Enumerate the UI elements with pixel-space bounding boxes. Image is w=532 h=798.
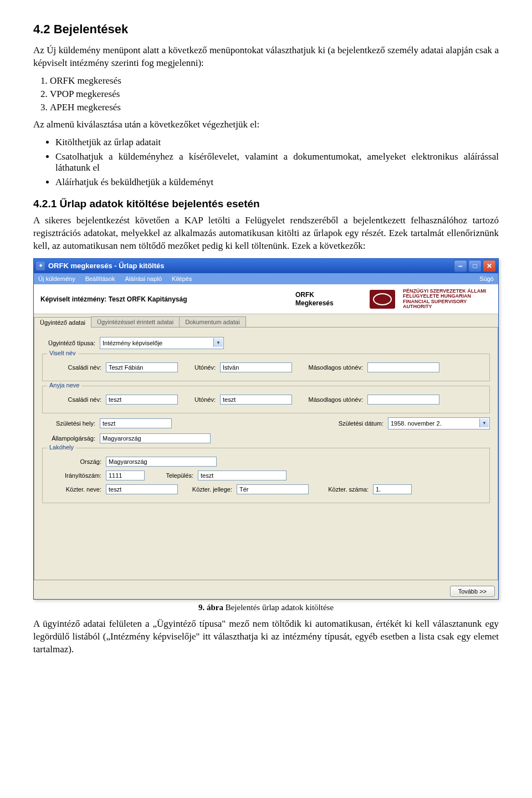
paragraph: Az almenü kiválasztása után a következők… [33,119,499,131]
app-icon: ✦ [36,262,45,270]
label: Település: [149,472,193,479]
list-item: Aláírhatjuk és beküldhetjük a küldeményt [55,177,499,188]
legend: Viselt név [47,350,78,356]
subsection-heading: 4.2.1 Űrlap adatok kitöltése bejelentés … [33,198,499,210]
institution-label: Képviselt intézmény: Teszt ORFK Kapitány… [40,295,288,303]
tab-strip: Ügyintéző adatai Ügyintézéssel érintett … [34,314,498,327]
menu-item[interactable]: Beállítások [85,275,115,282]
viselt-csaladi-input[interactable] [106,362,178,372]
anyja-csaladi-input[interactable] [106,395,178,405]
tab-erintett[interactable]: Ügyintézéssel érintett adatai [91,316,180,327]
label: Közter. száma: [313,486,369,493]
close-button[interactable]: ✕ [483,260,496,272]
label: Ország: [48,458,101,465]
label: Családi név: [48,364,101,371]
kozter-jellege-input[interactable] [237,484,309,494]
bullet-list: Kitölthetjük az űrlap adatait Csatolhatj… [55,137,499,188]
figure-caption: 9. ábra Bejelentés űrlap adatok kitöltés… [33,603,499,612]
szuldatum-select[interactable]: 1958. november 2.▼ [388,417,490,429]
label: Utónév: [182,396,216,403]
anyja-utonev-input[interactable] [220,395,292,405]
maximize-button[interactable]: □ [468,260,482,272]
chevron-down-icon: ▼ [479,418,489,427]
menu-item[interactable]: Aláírási napló [125,275,162,282]
label-tipus: Ügyintéző típusa: [42,340,95,346]
tab-ugyintezo[interactable]: Ügyintéző adatai [34,317,91,328]
group-viselt-nev: Viselt név Családi név: Utónév: Másodlag… [42,354,490,381]
label: Állampolgárság: [42,435,95,442]
pszaf-logo-icon [370,290,395,309]
list-item: VPOP megkeresés [50,89,499,100]
viselt-masod-input[interactable] [367,362,439,372]
tab-dokumentum[interactable]: Dokumentum adatai [179,316,245,327]
label: Irányítószám: [48,472,101,479]
minimize-button[interactable]: ‒ [454,260,467,272]
ugyintezo-tipusa-select[interactable]: Intézmény képviselője▼ [100,337,224,349]
banner-title: ORFKMegkeresés [295,291,362,307]
menu-item[interactable]: Kilépés [172,275,192,282]
list-item: Kitölthetjük az űrlap adatait [55,137,499,148]
group-lakohely: Lakóhely Ország: Irányítószám: Település… [42,448,490,503]
window-title: ORFK megkeresés - Űrlap kitöltés [48,262,454,270]
app-window: ✦ ORFK megkeresés - Űrlap kitöltés ‒ □ ✕… [33,258,499,600]
footer-bar: Tovább >> [34,580,498,599]
label: Születési hely: [42,420,95,427]
group-anyja-neve: Anyja neve Családi név: Utónév: Másodlag… [42,386,490,413]
legend: Lakóhely [47,444,76,451]
numbered-list: ORFK megkeresés VPOP megkeresés APEH meg… [50,75,499,113]
label: Másodlagos utónév: [296,364,363,371]
list-item: Csatolhatjuk a küldeményhez a kísérőleve… [55,151,499,173]
menu-help[interactable]: Súgó [479,275,494,282]
anyja-masod-input[interactable] [367,395,439,405]
legend: Anyja neve [47,382,81,388]
menu-item[interactable]: Új küldemény [38,275,75,282]
paragraph: A sikeres bejelentkezést követően a KAP … [33,214,499,253]
logo-text: PÉNZÜGYI SZERVEZETEK ÁLLAMI FELÜGYELETE … [403,289,492,310]
telep-input[interactable] [198,470,287,480]
title-bar[interactable]: ✦ ORFK megkeresés - Űrlap kitöltés ‒ □ ✕ [34,259,498,273]
szulhely-input[interactable] [100,418,172,428]
paragraph: Az Új küldemény menüpont alatt a követke… [33,44,499,70]
list-item: ORFK megkeresés [50,75,499,86]
label: Közter. neve: [48,486,101,493]
menu-bar: Új küldemény Beállítások Aláírási napló … [34,273,498,284]
label: Születési dátum: [323,420,383,427]
label: Utónév: [182,364,216,371]
paragraph: A ügyintéző adatai felületen a „Ügyintéz… [33,618,499,656]
label: Másodlagos utónév: [296,396,363,403]
label: Családi név: [48,396,101,403]
kozter-neve-input[interactable] [106,484,178,494]
viselt-utonev-input[interactable] [220,362,292,372]
orszag-input[interactable] [106,457,217,467]
allampolgarsag-input[interactable] [100,433,211,443]
chevron-down-icon: ▼ [213,338,223,347]
irsz-input[interactable] [106,470,145,480]
banner: Képviselt intézmény: Teszt ORFK Kapitány… [34,284,498,315]
section-heading: 4.2 Bejelentések [33,22,499,37]
list-item: APEH megkeresés [50,102,499,113]
next-button[interactable]: Tovább >> [450,586,495,597]
form-panel: Ügyintéző típusa: Intézmény képviselője▼… [34,327,498,580]
kozter-szama-input[interactable] [373,484,412,494]
label: Közter. jellege: [182,486,232,493]
